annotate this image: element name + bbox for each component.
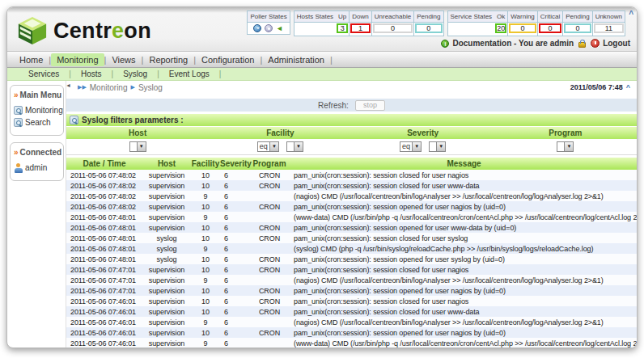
cell-facility: 10 bbox=[191, 201, 220, 212]
table-row: 2011-05-06 07:46:01 supervision 10 6 CRO… bbox=[66, 306, 637, 317]
sidebar-menu-item[interactable]: Monitoring bbox=[14, 104, 61, 116]
col-header-severity[interactable]: Severity bbox=[220, 158, 248, 170]
cell-message: (syslog) CMD (php -q /usr/bin/syslog/rel… bbox=[291, 243, 637, 254]
host-state-value[interactable]: 1 bbox=[350, 23, 370, 33]
poller-activity-icon[interactable] bbox=[265, 24, 273, 32]
cell-facility: 9 bbox=[191, 191, 220, 201]
centreon-logo[interactable]: Centreon bbox=[17, 15, 151, 46]
cell-program: CRON bbox=[248, 180, 291, 191]
cell-program: CRON bbox=[248, 233, 291, 243]
service-states-columns: Ok 20 Warning 0 Critical 0 bbox=[494, 11, 625, 36]
brand-name: Centreon bbox=[53, 19, 151, 44]
cell-facility: 9 bbox=[191, 317, 220, 327]
lock-icon[interactable] bbox=[578, 42, 586, 48]
cell-datetime: 2011-05-06 07:48:02 bbox=[66, 180, 142, 191]
connected-user[interactable]: admin bbox=[14, 162, 61, 174]
menu-item[interactable]: Administration bbox=[262, 53, 330, 66]
submenu-item[interactable]: Syslog bbox=[113, 69, 157, 78]
table-row: 2011-05-06 07:47:01 supervision 10 6 CRO… bbox=[66, 264, 637, 275]
main-menu: Home | Monitoring | Views | Reporting | … bbox=[7, 52, 637, 68]
cell-datetime: 2011-05-06 07:48:01 bbox=[66, 222, 142, 233]
table-row: 2011-05-06 07:48:02 supervision 10 6 CRO… bbox=[66, 201, 637, 212]
host-state-value[interactable]: 0 bbox=[373, 23, 413, 33]
table-row: 2011-05-06 07:46:01 supervision 9 6 (nag… bbox=[66, 317, 637, 327]
cell-host: supervision bbox=[142, 191, 191, 201]
service-state-value[interactable]: 11 bbox=[594, 23, 624, 33]
cell-datetime: 2011-05-06 07:47:01 bbox=[66, 275, 142, 285]
col-header-host[interactable]: Host bbox=[142, 158, 191, 170]
col-header-message[interactable]: Message bbox=[291, 158, 637, 170]
cell-program bbox=[248, 243, 291, 254]
cell-host: supervision bbox=[142, 338, 191, 348]
filter-col-host: Host bbox=[66, 127, 209, 139]
menu-item[interactable]: Monitoring bbox=[51, 53, 104, 66]
col-header-program[interactable]: Program bbox=[248, 158, 291, 170]
host-select[interactable]: ▼ bbox=[129, 141, 146, 152]
severity-select[interactable]: ▼ bbox=[429, 141, 446, 152]
cell-datetime: 2011-05-06 07:48:01 bbox=[66, 254, 142, 264]
facility-select[interactable]: ▼ bbox=[286, 141, 303, 152]
cell-facility: 10 bbox=[191, 327, 220, 338]
cell-severity: 6 bbox=[220, 180, 248, 191]
sidebar-main-menu-title: Main Menu bbox=[20, 91, 62, 99]
service-state-label: Critical bbox=[538, 11, 562, 23]
table-row: 2011-05-06 07:48:02 supervision 9 6 (nag… bbox=[66, 191, 637, 201]
col-header-datetime[interactable]: Date / Time bbox=[66, 158, 142, 170]
cell-facility: 10 bbox=[191, 180, 220, 191]
menu-item[interactable]: Configuration bbox=[196, 53, 260, 66]
host-state-value[interactable]: 0 bbox=[415, 23, 442, 33]
breadcrumb: ▶▶ Monitoring ▶ Syslog bbox=[78, 83, 163, 92]
breadcrumb-bar: ▶▶ Monitoring ▶ Syslog 2011/05/06 7:48 ^ bbox=[66, 81, 637, 94]
cell-message: pam_unix(cron:session): session opened f… bbox=[291, 285, 637, 296]
cell-host: supervision bbox=[142, 317, 191, 327]
menu-item[interactable]: Views bbox=[106, 53, 141, 66]
content-area: »Main Menu Monitoring Search bbox=[7, 81, 637, 347]
cell-severity: 6 bbox=[220, 306, 248, 317]
program-select[interactable]: ▼ bbox=[557, 141, 574, 152]
service-state-label: Unknown bbox=[593, 11, 625, 23]
sidebar-collapse-icon[interactable]: ◄ bbox=[66, 82, 71, 88]
poller-restart-icon[interactable]: ◄ bbox=[276, 24, 284, 32]
breadcrumb-syslog[interactable]: Syslog bbox=[138, 83, 163, 92]
breadcrumb-monitoring[interactable]: Monitoring bbox=[90, 83, 128, 92]
service-state-value[interactable]: 0 bbox=[564, 23, 591, 33]
cell-datetime: 2011-05-06 07:48:01 bbox=[66, 212, 142, 222]
service-state-value[interactable]: 20 bbox=[495, 23, 506, 33]
cell-message: (www-data) CMD (/usr/bin/php -q /usr/loc… bbox=[291, 338, 637, 348]
cell-facility: 10 bbox=[191, 254, 220, 264]
facility-operator-select[interactable]: eq▼ bbox=[257, 141, 279, 152]
panel-collapse-caret-icon[interactable]: ^ bbox=[626, 83, 630, 91]
poller-time-icon[interactable] bbox=[253, 24, 261, 32]
logout-icon[interactable] bbox=[591, 39, 600, 48]
submenu-item[interactable]: Services bbox=[19, 69, 69, 78]
table-row: 2011-05-06 07:48:01 supervision 9 6 (www… bbox=[66, 212, 637, 222]
cell-host: syslog bbox=[142, 243, 191, 254]
col-header-facility[interactable]: Facility bbox=[191, 158, 220, 170]
cell-facility: 10 bbox=[191, 170, 220, 180]
table-row: 2011-05-06 07:46:01 supervision 9 6 (www… bbox=[66, 338, 637, 348]
cell-host: supervision bbox=[142, 285, 191, 296]
cell-severity: 6 bbox=[220, 254, 248, 264]
menu-separator: | bbox=[330, 55, 333, 65]
cell-facility: 10 bbox=[191, 306, 220, 317]
severity-operator-select[interactable]: eq▼ bbox=[400, 141, 422, 152]
service-state-value[interactable]: 0 bbox=[539, 23, 561, 33]
sidebar: »Main Menu Monitoring Search bbox=[7, 81, 66, 347]
cell-severity: 6 bbox=[220, 212, 248, 222]
cell-message: pam_unix(cron:session): session closed f… bbox=[291, 233, 637, 243]
documentation-icon[interactable]: i bbox=[441, 40, 449, 48]
submenu-item[interactable]: Event Logs bbox=[159, 69, 219, 78]
refresh-stop-button[interactable]: stop bbox=[355, 100, 385, 111]
menu-item[interactable]: Reporting bbox=[143, 53, 193, 66]
service-state-label: Warning bbox=[508, 11, 537, 23]
host-state-value[interactable]: 3 bbox=[337, 23, 348, 33]
header-collapse-caret-icon[interactable]: ^ bbox=[629, 10, 633, 19]
menu-item[interactable]: Home bbox=[14, 53, 49, 66]
logout-link[interactable]: Logout bbox=[603, 39, 630, 48]
submenu-item[interactable]: Hosts bbox=[71, 69, 112, 78]
poller-icons: ◄ bbox=[248, 23, 289, 34]
filter-icon bbox=[70, 116, 78, 124]
sidebar-menu-item[interactable]: Search bbox=[14, 116, 61, 128]
documentation-link[interactable]: Documentation - You are admin bbox=[452, 39, 574, 48]
service-state-value[interactable]: 0 bbox=[509, 23, 536, 33]
